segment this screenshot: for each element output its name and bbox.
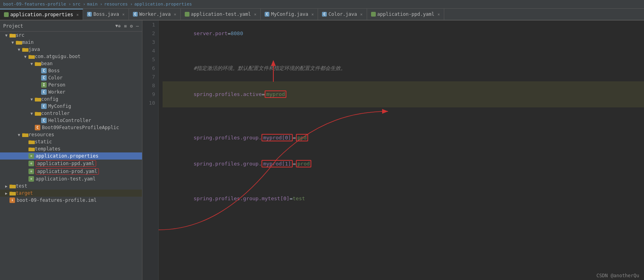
arrow-resources <box>16 133 22 137</box>
tree-item-target[interactable]: target <box>0 190 142 197</box>
main-area: Project ▼ ⊕ ≡ ⚙ — src main java <box>0 21 644 280</box>
yaml-icon2 <box>371 12 376 17</box>
arrow-test <box>3 184 9 188</box>
line-numbers: 1 2 3 4 5 6 7 8 9 10 <box>142 21 159 280</box>
folder-icon-bean <box>35 61 41 66</box>
settings-icon[interactable]: ⚙ <box>130 23 133 29</box>
svg-rect-12 <box>35 98 41 101</box>
code-line-9 <box>163 177 644 186</box>
svg-rect-0 <box>9 34 12 34</box>
yaml-icon-appppd: ⚙ <box>28 161 34 166</box>
java-c-icon: C <box>87 12 92 17</box>
svg-rect-8 <box>28 55 35 59</box>
label-boot09main: Boot09FeaturesProfileApplic <box>42 125 119 130</box>
code-line-6 <box>163 116 644 125</box>
value-ppd: ppd <box>296 134 308 141</box>
code-line-7: spring.profiles.group.myprod[0]=ppd <box>163 125 644 151</box>
label-java: java <box>28 47 40 52</box>
tree-item-test[interactable]: test <box>0 182 142 190</box>
svg-rect-11 <box>35 98 38 98</box>
line-num-6: 6 <box>142 64 158 73</box>
folder-icon-test <box>9 183 16 189</box>
tree-item-com-atguigu-boot[interactable]: com.atguigu.boot <box>0 53 142 60</box>
tree-item-application-prod-yaml[interactable]: ⚙ application-prod.yaml <box>0 167 142 175</box>
label-test: test <box>16 183 27 189</box>
tree-item-myconfig[interactable]: C MyConfig <box>0 103 142 110</box>
svg-rect-2 <box>9 34 16 38</box>
folder-icon-templates <box>28 146 35 152</box>
editor[interactable]: 1 2 3 4 5 6 7 8 9 10 server.port=8080 #指… <box>142 21 644 280</box>
arrow-main <box>9 40 16 45</box>
code-line-10: spring.profiles.group.mytest[0]=test <box>163 186 644 212</box>
minimize-icon[interactable]: — <box>136 23 139 29</box>
label-config: config <box>41 96 58 102</box>
tree-item-resources[interactable]: resources <box>0 131 142 138</box>
svg-rect-22 <box>9 185 16 188</box>
svg-rect-15 <box>22 133 25 133</box>
tab-color-java[interactable]: C Color.java × <box>318 9 367 20</box>
locate-icon[interactable]: ⊕ <box>118 23 121 29</box>
tree-item-config[interactable]: config <box>0 96 142 103</box>
collapse-icon[interactable]: ≡ <box>124 23 127 29</box>
code-line-4: spring.profiles.active=myprod <box>163 81 644 107</box>
tab-myconfig-java[interactable]: C MyConfig.java × <box>261 9 318 20</box>
tree-item-application-properties[interactable]: ⚙ application.properties <box>0 152 142 160</box>
label-hellocontroller: HelloController <box>48 118 91 123</box>
tree-item-boss[interactable]: C Boss <box>0 67 142 74</box>
svg-rect-10 <box>35 62 41 66</box>
tree-item-color[interactable]: C Color <box>0 74 142 81</box>
yaml-icon-appprod: ⚙ <box>28 169 34 174</box>
java-c-icon-worker: C <box>41 89 47 95</box>
line-num-7: 7 <box>142 73 158 81</box>
tree-item-java[interactable]: java <box>0 46 142 53</box>
tab-bar: application.properties × C Boss.java × C… <box>0 9 644 21</box>
label-application-ppd-yaml: application-ppd.yaml <box>36 160 96 167</box>
code-container: server.port=8080 #指定激活的环境。默认配置文件和指定环境的配置… <box>159 21 644 280</box>
svg-rect-4 <box>16 41 22 45</box>
sidebar: Project ▼ ⊕ ≡ ⚙ — src main java <box>0 21 142 280</box>
highlight-myprod0: myprod[0] <box>261 134 292 141</box>
java-c-icon2: C <box>133 12 138 17</box>
tree-item-application-test-yaml[interactable]: ⚙ application-test.yaml <box>0 175 142 182</box>
label-myconfig: MyConfig <box>48 103 71 109</box>
value-prod: prod <box>296 160 311 167</box>
tree-item-boot09main[interactable]: C Boot09FeaturesProfileApplic <box>0 124 142 131</box>
tree-item-src[interactable]: src <box>0 32 142 39</box>
folder-icon-com <box>28 54 35 59</box>
tab-worker-java[interactable]: C Worker.java × <box>129 9 181 20</box>
svg-rect-24 <box>9 192 16 195</box>
tree-item-static[interactable]: static <box>0 138 142 145</box>
folder-icon-config <box>35 96 41 102</box>
svg-rect-21 <box>9 184 12 185</box>
tab-application-test-yaml[interactable]: application-test.yaml × <box>181 9 261 20</box>
tree-item-main[interactable]: main <box>0 39 142 46</box>
label-main: main <box>22 39 34 45</box>
tab-application-properties[interactable]: application.properties × <box>0 9 83 20</box>
java-c-icon3: C <box>265 12 269 17</box>
arrow-controller <box>28 111 35 116</box>
java-c-icon-color: C <box>41 75 47 81</box>
arrow-bean <box>28 62 35 66</box>
code-line-8: spring.profiles.group.myprod[1]=prod <box>163 151 644 177</box>
tree-item-hellocontroller[interactable]: C HelloController <box>0 117 142 124</box>
tab-application-ppd-yaml[interactable]: application-ppd.yaml × <box>367 9 445 20</box>
svg-rect-18 <box>28 141 35 144</box>
tree-item-bean[interactable]: bean <box>0 60 142 67</box>
tree-item-controller[interactable]: controller <box>0 110 142 117</box>
tree-item-person[interactable]: I Person <box>0 81 142 88</box>
code-line-5 <box>163 107 644 116</box>
sidebar-header-icons: ⊕ ≡ ⚙ — <box>118 23 139 29</box>
tab-boss-java[interactable]: C Boss.java × <box>83 9 129 20</box>
svg-rect-16 <box>22 133 28 137</box>
svg-rect-13 <box>35 112 38 112</box>
tree-item-worker[interactable]: C Worker <box>0 88 142 96</box>
folder-icon-java <box>22 47 28 52</box>
tree-item-application-ppd-yaml[interactable]: ⚙ application-ppd.yaml <box>0 160 142 167</box>
label-application-prod-yaml: application-prod.yaml <box>36 168 99 175</box>
highlight-myprod1: myprod[1] <box>261 160 292 167</box>
label-templates: templates <box>35 146 61 152</box>
code-line-3: #指定激活的环境。默认配置文件和指定环境的配置文件都会生效。 <box>163 55 644 81</box>
tree-item-iml[interactable]: i boot-09-features-profile.iml <box>0 197 142 204</box>
line-num-10: 10 <box>142 99 158 107</box>
tree-item-templates[interactable]: templates <box>0 145 142 152</box>
